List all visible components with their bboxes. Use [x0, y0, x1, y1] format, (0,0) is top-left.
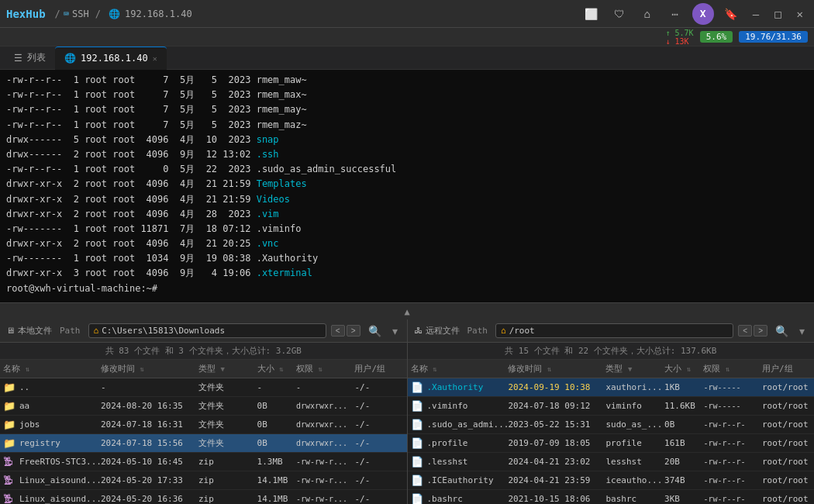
remote-search-button[interactable]: 🔍 [772, 325, 792, 337]
minimize-button[interactable]: — [748, 8, 764, 20]
local-more-button[interactable]: ▾ [389, 325, 401, 337]
monitor-icon: 🖥 [6, 326, 15, 336]
remote-col-size-header[interactable]: 大小 ⇅ [664, 363, 703, 375]
remote-col-name-header[interactable]: 名称 ⇅ [411, 363, 509, 375]
folder-icon: 📁 [3, 419, 17, 430]
local-nav-next[interactable]: > [347, 325, 360, 337]
col-mtime-header[interactable]: 修改时间 ⇅ [101, 363, 198, 375]
home-icon-btn[interactable]: ⌂ [636, 3, 658, 25]
local-label-text: 本地文件 [18, 325, 52, 337]
upload-stat: ↑ 5.7K [666, 29, 694, 37]
remote-col-type-header[interactable]: 类型 ▼ [605, 363, 664, 375]
terminal[interactable]: -rw-r--r-- 1 root root 7 5月 5 2023 rmem_… [0, 70, 814, 302]
list-item[interactable]: 📄.lesshst 2024-04-21 23:02 lesshst 20B -… [408, 453, 815, 471]
remote-col-user-header[interactable]: 用户/组 [762, 363, 811, 375]
terminal-line: -rw-r--r-- 1 root root 7 5月 5 2023 rmem_… [6, 118, 808, 133]
maximize-button[interactable]: □ [770, 8, 785, 20]
terminal-line: -rw-r--r-- 1 root root 7 5月 5 2023 rmem_… [6, 102, 808, 117]
remote-path-text: /root [509, 326, 535, 336]
local-path-nav: < > [331, 325, 360, 337]
collapse-bar[interactable]: ▲ [0, 302, 814, 319]
list-item[interactable]: 📄.sudo_as_admi... 2023-05-22 15:31 sudo_… [408, 416, 815, 434]
sort-size-icon: ⇅ [279, 365, 283, 373]
remote-path-label: Path [467, 326, 488, 336]
list-item[interactable]: 🗜Linux_aisound... 2024-05-20 16:36 zip 1… [0, 490, 407, 504]
tab-list[interactable]: ☰ 列表 [5, 47, 55, 70]
app-logo: HexHub [6, 8, 46, 20]
list-item[interactable]: 📄.viminfo 2024-07-18 09:12 viminfo 11.6K… [408, 397, 815, 416]
terminal-line: drwxr-xr-x 3 root root 4096 9月 4 19:06 .… [6, 266, 808, 281]
rsort-name-icon: ⇅ [433, 365, 436, 373]
tab-ssh[interactable]: 🌐 192.168.1.40 ✕ [55, 47, 167, 70]
network-icon: 🌐 [109, 9, 120, 19]
file-manager: 🖥 本地文件 Path ⌂ C:\Users\15813\Downloads <… [0, 319, 814, 504]
sort-perm-icon: ⇅ [319, 365, 322, 373]
terminal-line: -rw-r--r-- 1 root root 7 5月 5 2023 rmem_… [6, 88, 808, 102]
list-item[interactable]: 🗜FreeRTOS-STC3... 2024-05-10 16:45 zip 1… [0, 453, 407, 471]
list-item[interactable]: 📄.ICEauthority 2024-04-21 23:59 iceautho… [408, 471, 815, 490]
col-name-header[interactable]: 名称 ⇅ [3, 363, 101, 375]
remote-col-mtime-header[interactable]: 修改时间 ⇅ [508, 363, 605, 375]
list-item[interactable]: 🗜Linux_aisound... 2024-05-20 17:33 zip 1… [0, 471, 407, 490]
sep2: / [95, 9, 101, 19]
home-icon-remote: ⌂ [501, 326, 506, 336]
remote-label: 🖧 远程文件 [414, 325, 460, 337]
list-item[interactable]: 📄.profile 2019-07-09 18:05 profile 161B … [408, 434, 815, 453]
local-path-box[interactable]: ⌂ C:\Users\15813\Downloads [88, 323, 326, 338]
col-size-header[interactable]: 大小 ⇅ [257, 363, 296, 375]
col-type-header[interactable]: 类型 ▼ [198, 363, 257, 375]
ssh-label: SSH [72, 9, 89, 19]
remote-file-list: 📄.Xauthority 2024-09-19 10:38 xauthori..… [408, 378, 815, 504]
local-file-list: 📁.. - 文件夹 - - -/- 📁aa 2024-08-20 16:35 文… [0, 378, 407, 504]
remote-col-perm-header[interactable]: 权限 ⇅ [703, 363, 762, 375]
zip-icon: 🗜 [3, 493, 17, 504]
remote-cols: 名称 ⇅ 修改时间 ⇅ 类型 ▼ 大小 ⇅ 权限 ⇅ 用户/组 [408, 360, 815, 378]
list-item[interactable]: 📁jobs 2024-07-18 16:31 文件夹 0B drwxrwxr..… [0, 416, 407, 434]
file-icon: 📄 [411, 419, 425, 430]
tab-close-icon[interactable]: ✕ [153, 54, 157, 63]
terminal-line: drwxr-xr-x 2 root root 4096 4月 28 2023 .… [6, 207, 808, 222]
list-item[interactable]: 📄.bashrc 2021-10-15 18:06 bashrc 3KB -rw… [408, 490, 815, 504]
file-icon: 📄 [411, 493, 425, 504]
close-button[interactable]: ✕ [792, 8, 808, 20]
rsort-mtime-icon: ⇅ [547, 365, 551, 373]
list-item[interactable]: 📄.Xauthority 2024-09-19 10:38 xauthori..… [408, 378, 815, 397]
tab-list-label: 列表 [27, 51, 46, 64]
zip-icon: 🗜 [3, 475, 17, 486]
bookmark-icon-btn[interactable]: 🔖 [720, 3, 742, 25]
titlebar-icons: ⬜ 🛡 ⌂ ⋯ X 🔖 — □ ✕ [581, 3, 808, 25]
terminal-line: -rw------- 1 root root 1034 9月 19 08:38 … [6, 251, 808, 266]
terminal-line: -rw------- 1 root root 11871 7月 18 07:12… [6, 222, 808, 236]
display-icon-btn[interactable]: ⬜ [581, 3, 602, 25]
remote-nav-next[interactable]: > [754, 325, 767, 337]
remote-path-box[interactable]: ⌂ /root [495, 323, 733, 338]
rsort-size-icon: ⇅ [687, 365, 691, 373]
network-stats: ↑ 5.7K ↓ 13K [666, 29, 694, 46]
more-icon-btn[interactable]: ⋯ [664, 3, 686, 25]
server-icon: 🖧 [414, 326, 423, 336]
list-item[interactable]: 📁registry 2024-07-18 15:56 文件夹 0B drwxrw… [0, 434, 407, 453]
memory-stat: 19.76/31.36 [739, 31, 808, 43]
local-search-button[interactable]: 🔍 [365, 325, 385, 337]
avatar[interactable]: X [692, 3, 714, 25]
remote-more-button[interactable]: ▾ [796, 325, 808, 337]
terminal-prompt: root@xwh-virtual-machine:~# [6, 281, 808, 296]
local-pane: 🖥 本地文件 Path ⌂ C:\Users\15813\Downloads <… [0, 319, 408, 504]
col-user-header[interactable]: 用户/组 [354, 363, 403, 375]
list-icon: ☰ [14, 53, 22, 64]
ssh-tab-icon: 🌐 [64, 53, 76, 64]
statsbar: ↑ 5.7K ↓ 13K 5.6% 19.76/31.36 [0, 28, 814, 47]
terminal-line: -rw-r--r-- 1 root root 7 5月 5 2023 rmem_… [6, 73, 808, 88]
sort-mtime-icon: ⇅ [140, 365, 144, 373]
sep1: / [55, 9, 60, 19]
col-perm-header[interactable]: 权限 ⇅ [296, 363, 355, 375]
terminal-line: drwx------ 2 root root 4096 9月 12 13:02 … [6, 147, 808, 162]
list-item[interactable]: 📁.. - 文件夹 - - -/- [0, 378, 407, 397]
local-nav-prev[interactable]: < [331, 325, 345, 337]
shield-icon-btn[interactable]: 🛡 [609, 3, 630, 25]
local-label: 🖥 本地文件 [6, 325, 52, 337]
sort-name-icon: ⇅ [26, 365, 29, 373]
list-item[interactable]: 📁aa 2024-08-20 16:35 文件夹 0B drwxrwxr... … [0, 397, 407, 416]
local-pane-info: 共 83 个文件 和 3 个文件夹，大小总计: 3.2GB [0, 343, 407, 360]
remote-nav-prev[interactable]: < [738, 325, 752, 337]
